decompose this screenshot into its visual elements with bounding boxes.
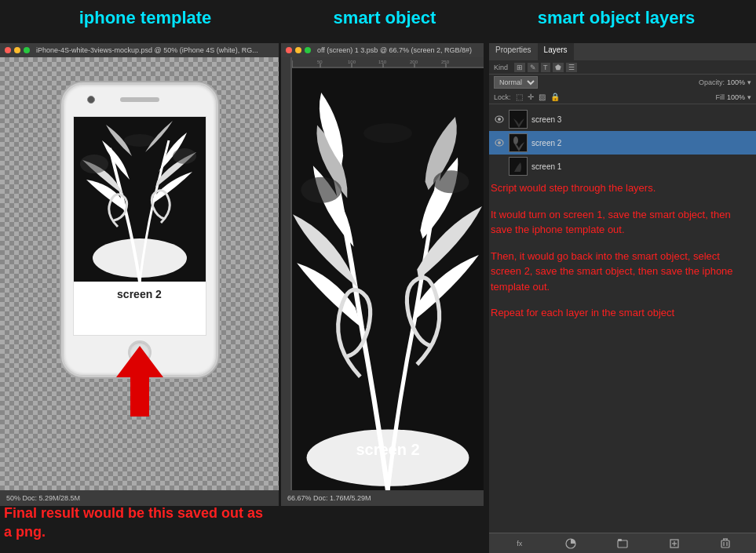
iphone-ps-bottombar: 50% Doc: 5.29M/28.5M bbox=[0, 490, 279, 506]
smart-object-ruler-left bbox=[281, 57, 292, 490]
lock-label: Lock: bbox=[494, 93, 511, 101]
layer-thumb-screen1 bbox=[509, 157, 528, 176]
lock-art-icon[interactable]: ▨ bbox=[539, 93, 546, 101]
smart-object-screen-label: screen 2 bbox=[292, 441, 484, 459]
fill-value: 100% bbox=[727, 93, 745, 101]
opacity-label: Opacity: bbox=[699, 78, 725, 86]
svg-text:50: 50 bbox=[317, 60, 323, 64]
smart-object-ps-topbar: off (screen) 1 3.psb @ 66.7% (screen 2, … bbox=[281, 43, 484, 57]
iphone-panel: iPhone-4S-white-3views-mockup.psd @ 50% … bbox=[0, 43, 279, 506]
red-arrow-container bbox=[116, 346, 163, 420]
filter-icon-3[interactable]: T bbox=[541, 63, 550, 72]
smart-object-image-area: screen 2 bbox=[292, 68, 484, 490]
layer-thumb-screen3 bbox=[509, 110, 528, 129]
desc-p1: Script would step through the layers. bbox=[491, 180, 746, 196]
desc-p3: Then, it would go back into the smart ob… bbox=[491, 249, 746, 295]
layer-eye-screen2[interactable] bbox=[494, 137, 505, 148]
layers-list: screen 3 screen 2 screen 1 bbox=[489, 104, 756, 181]
filter-icon-4[interactable]: ⬟ bbox=[553, 63, 564, 72]
smart-object-title: smart object bbox=[283, 8, 487, 28]
svg-rect-43 bbox=[721, 540, 729, 548]
fill-control: Fill 100% ▾ bbox=[715, 93, 751, 101]
svg-point-26 bbox=[363, 123, 412, 143]
new-layer-icon[interactable] bbox=[668, 537, 681, 550]
smart-expand-dot[interactable] bbox=[305, 47, 311, 53]
svg-point-28 bbox=[498, 118, 501, 121]
smart-object-bottombar: 66.67% Doc: 1.76M/5.29M bbox=[281, 490, 484, 506]
opacity-control: Opacity: 100% ▾ bbox=[699, 78, 751, 86]
svg-point-3 bbox=[173, 148, 196, 164]
svg-rect-20 bbox=[281, 57, 292, 490]
iphone-ps-topbar: iPhone-4S-white-3views-mockup.psd @ 50% … bbox=[0, 43, 279, 57]
smart-object-status-text: 66.67% Doc: 1.76M/5.29M bbox=[287, 494, 371, 502]
layer-item-screen3[interactable]: screen 3 bbox=[489, 107, 756, 131]
plant-art-iphone bbox=[74, 117, 206, 282]
iphone-window-title: iPhone-4S-white-3views-mockup.psd @ 50% … bbox=[36, 46, 258, 54]
svg-rect-38 bbox=[618, 540, 627, 548]
fill-arrow[interactable]: ▾ bbox=[747, 93, 751, 101]
smart-object-ruler-top: 0 50 100 150 200 250 bbox=[281, 57, 484, 68]
iphone-title: iphone template bbox=[16, 8, 275, 28]
opacity-value: 100% bbox=[727, 78, 745, 86]
svg-point-31 bbox=[498, 141, 501, 144]
new-group-icon[interactable] bbox=[616, 537, 629, 550]
opacity-arrow[interactable]: ▾ bbox=[747, 78, 751, 86]
svg-text:250: 250 bbox=[441, 60, 450, 64]
blend-opacity-row: Normal Opacity: 100% ▾ bbox=[489, 75, 756, 90]
close-dot[interactable] bbox=[5, 47, 11, 53]
layers-bottom-toolbar: fx bbox=[489, 533, 756, 553]
filter-icon-5[interactable]: ☰ bbox=[566, 63, 577, 72]
ruler-svg-left bbox=[281, 57, 292, 490]
lock-icon[interactable]: ⬚ bbox=[516, 93, 523, 101]
expand-dot[interactable] bbox=[24, 47, 30, 53]
layer-item-screen1[interactable]: screen 1 bbox=[489, 155, 756, 178]
svg-point-2 bbox=[80, 155, 108, 173]
desc-p4: Repeat for each layer in the smart objec… bbox=[491, 305, 746, 321]
iphone-status-text: 50% Doc: 5.29M/28.5M bbox=[6, 494, 80, 502]
layer-name-screen1: screen 1 bbox=[531, 162, 561, 171]
iphone-screen: screen 2 bbox=[73, 116, 206, 336]
svg-marker-5 bbox=[116, 346, 163, 417]
iphone-body: screen 2 bbox=[61, 82, 218, 377]
iphone-screen-label: screen 2 bbox=[74, 282, 206, 304]
svg-point-24 bbox=[301, 177, 341, 203]
smart-object-panel: off (screen) 1 3.psb @ 66.7% (screen 2, … bbox=[281, 43, 484, 506]
layers-title: smart object layers bbox=[487, 8, 746, 28]
tab-layers[interactable]: Layers bbox=[538, 43, 574, 60]
svg-point-33 bbox=[513, 136, 518, 144]
filter-icon-2[interactable]: ✎ bbox=[528, 63, 539, 72]
smart-minimize-dot[interactable] bbox=[295, 47, 301, 53]
svg-text:100: 100 bbox=[348, 60, 356, 64]
layer-thumb-screen2 bbox=[509, 133, 528, 152]
lock-move-icon[interactable]: ✛ bbox=[528, 93, 534, 101]
filter-icon-1[interactable]: ⊞ bbox=[514, 63, 525, 72]
lock-pixel-icon[interactable]: 🔒 bbox=[550, 93, 560, 101]
tab-properties[interactable]: Properties bbox=[489, 43, 538, 60]
layer-item-screen2[interactable]: screen 2 bbox=[489, 131, 756, 155]
adjustment-layer-icon[interactable] bbox=[564, 537, 577, 550]
layers-kind-row: Kind ⊞ ✎ T ⬟ ☰ bbox=[489, 60, 756, 75]
blend-mode-select[interactable]: Normal bbox=[494, 76, 538, 89]
delete-layer-icon[interactable] bbox=[719, 537, 732, 550]
layers-tabs: Properties Layers bbox=[489, 43, 756, 60]
kind-label: Kind bbox=[494, 64, 508, 71]
red-up-arrow bbox=[116, 346, 163, 417]
description-text: Script would step through the layers. It… bbox=[491, 180, 746, 332]
ruler-svg-top: 0 50 100 150 200 250 bbox=[281, 57, 484, 68]
smart-close-dot[interactable] bbox=[286, 47, 292, 53]
kind-filter-icons: ⊞ ✎ T ⬟ ☰ bbox=[514, 63, 577, 72]
svg-rect-39 bbox=[618, 539, 622, 541]
layer-eye-screen3[interactable] bbox=[494, 114, 505, 125]
svg-text:200: 200 bbox=[410, 60, 418, 64]
fill-label: Fill bbox=[715, 93, 725, 101]
fx-icon[interactable]: fx bbox=[513, 537, 526, 550]
minimize-dot[interactable] bbox=[14, 47, 20, 53]
layer-name-screen2: screen 2 bbox=[531, 139, 561, 147]
smart-object-window-title: off (screen) 1 3.psb @ 66.7% (screen 2, … bbox=[317, 46, 472, 54]
iphone-device-wrapper: screen 2 bbox=[61, 82, 218, 377]
plant-art-smart-object bbox=[292, 68, 484, 490]
iphone-screen-image bbox=[74, 117, 206, 282]
iphone-camera bbox=[87, 96, 95, 104]
svg-point-1 bbox=[93, 238, 187, 278]
svg-point-25 bbox=[433, 170, 469, 193]
